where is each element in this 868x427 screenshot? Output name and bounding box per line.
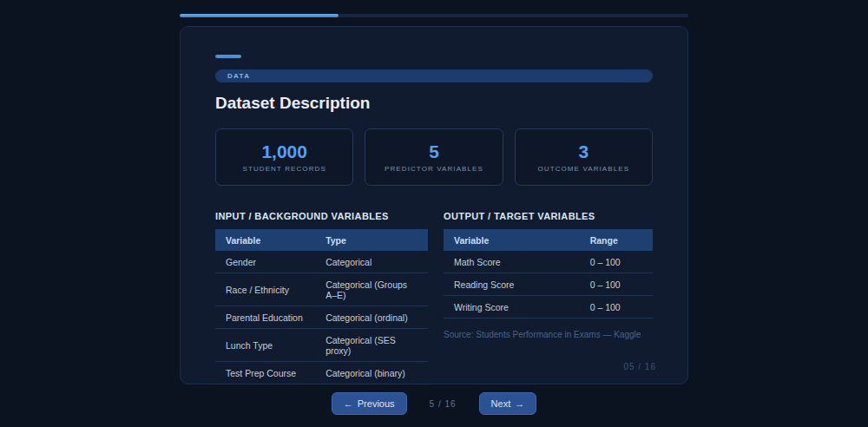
page-title: Dataset Description (215, 92, 653, 115)
table-header-row: Variable Type (215, 229, 428, 251)
output-variables-table: Variable Range Math Score 0 – 100 Readin… (444, 229, 653, 319)
input-variables-section: INPUT / BACKGROUND VARIABLES Variable Ty… (215, 211, 428, 384)
cell-variable: Reading Score (444, 273, 580, 296)
table-header-row: Variable Range (444, 229, 653, 251)
cell-variable: Writing Score (444, 296, 580, 319)
stat-label: PREDICTOR VARIABLES (385, 165, 483, 173)
previous-button-label: Previous (358, 398, 395, 409)
cell-range: 0 – 100 (580, 296, 653, 319)
table-row: Math Score 0 – 100 (444, 251, 653, 273)
input-variables-title: INPUT / BACKGROUND VARIABLES (215, 211, 428, 221)
stat-value: 5 (429, 141, 439, 162)
arrow-right-icon: → (515, 398, 524, 409)
slide-page-indicator: 05 / 16 (623, 362, 656, 371)
next-button[interactable]: Next → (479, 392, 537, 415)
column-header-type: Type (315, 229, 428, 251)
app-background: DATA Dataset Description 1,000 STUDENT R… (0, 0, 868, 427)
cell-variable: Math Score (444, 251, 580, 273)
cell-type: Categorical (SES proxy) (315, 329, 428, 362)
table-row: Race / Ethnicity Categorical (Groups A–E… (215, 273, 428, 306)
column-header-range: Range (580, 229, 653, 251)
output-variables-title: OUTPUT / TARGET VARIABLES (444, 211, 653, 221)
stat-label: STUDENT RECORDS (242, 165, 326, 173)
next-button-label: Next (491, 398, 511, 409)
table-row: Parental Education Categorical (ordinal) (215, 306, 428, 329)
cell-variable: Parental Education (215, 306, 315, 329)
slide-navigation: ← Previous 5 / 16 Next → (0, 392, 868, 415)
cell-type: Categorical (Groups A–E) (315, 273, 428, 306)
stat-card-outcome-variables: 3 OUTCOME VARIABLES (515, 128, 653, 186)
table-row: Writing Score 0 – 100 (444, 296, 653, 319)
section-badge: DATA (215, 69, 653, 82)
stat-value: 1,000 (261, 141, 307, 162)
tables-row: INPUT / BACKGROUND VARIABLES Variable Ty… (215, 211, 653, 384)
cell-variable: Lunch Type (215, 329, 315, 362)
accent-dash (215, 55, 241, 58)
stat-value: 3 (578, 141, 589, 162)
stat-card-student-records: 1,000 STUDENT RECORDS (215, 128, 353, 186)
table-row: Gender Categorical (215, 251, 428, 273)
cell-variable: Test Prep Course (215, 362, 315, 384)
column-header-variable: Variable (444, 229, 580, 251)
slide-progress-fill (180, 14, 339, 17)
column-header-variable: Variable (215, 229, 315, 251)
table-row: Reading Score 0 – 100 (444, 273, 653, 296)
stat-label: OUTCOME VARIABLES (537, 165, 629, 173)
table-row: Lunch Type Categorical (SES proxy) (215, 329, 428, 362)
stats-row: 1,000 STUDENT RECORDS 5 PREDICTOR VARIAB… (215, 128, 653, 186)
previous-button[interactable]: ← Previous (332, 392, 407, 415)
cell-type: Categorical (binary) (315, 362, 428, 384)
cell-variable: Race / Ethnicity (215, 273, 315, 306)
slide-card: DATA Dataset Description 1,000 STUDENT R… (180, 26, 688, 384)
cell-type: Categorical (ordinal) (315, 306, 428, 329)
slide-progress-bar (180, 14, 688, 17)
cell-type: Categorical (315, 251, 428, 273)
cell-variable: Gender (215, 251, 315, 273)
stat-card-predictor-variables: 5 PREDICTOR VARIABLES (365, 128, 503, 186)
output-variables-section: OUTPUT / TARGET VARIABLES Variable Range… (444, 211, 653, 384)
arrow-left-icon: ← (344, 398, 353, 409)
cell-range: 0 – 100 (580, 251, 653, 273)
input-variables-table: Variable Type Gender Categorical Race / … (215, 229, 428, 384)
table-row: Test Prep Course Categorical (binary) (215, 362, 428, 384)
data-source-note: Source: Students Performance in Exams — … (444, 330, 653, 339)
section-badge-label: DATA (227, 72, 250, 80)
cell-range: 0 – 100 (580, 273, 653, 296)
slide-counter: 5 / 16 (430, 399, 457, 409)
